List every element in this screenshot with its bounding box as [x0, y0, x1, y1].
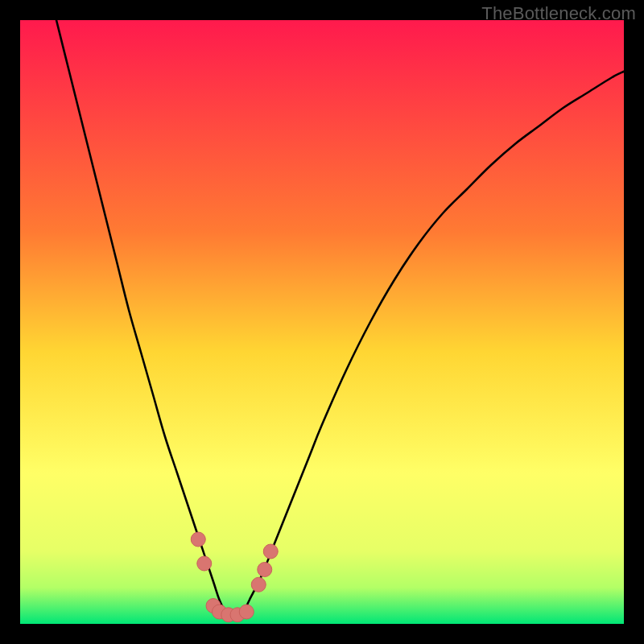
gradient-background	[20, 20, 624, 624]
curve-marker	[251, 577, 266, 592]
curve-marker	[197, 556, 212, 571]
curve-marker	[239, 605, 254, 619]
curve-marker	[258, 563, 272, 577]
chart-frame: TheBottleneck.com	[0, 0, 644, 644]
plot-svg	[20, 20, 624, 624]
curve-marker	[263, 544, 278, 559]
plot-area	[20, 20, 624, 624]
curve-marker	[191, 532, 205, 547]
